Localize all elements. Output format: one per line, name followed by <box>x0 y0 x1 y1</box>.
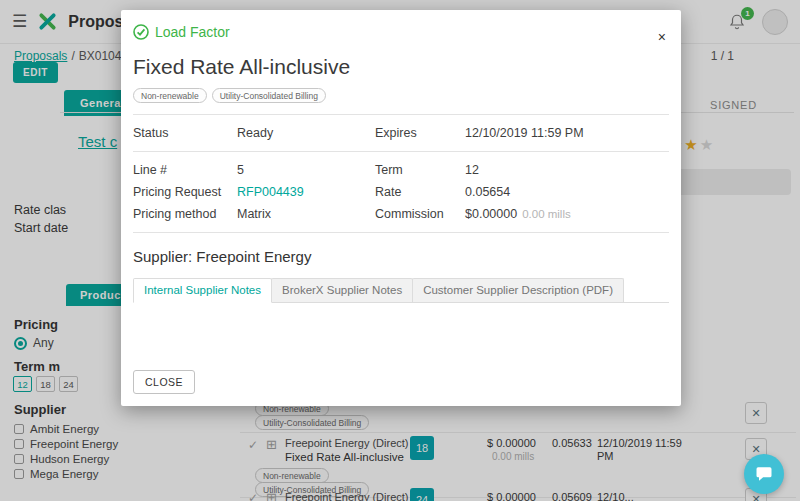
modal-close-icon[interactable]: × <box>658 30 666 44</box>
modal-tag: Non-renewable <box>133 88 207 103</box>
term-label: Term <box>375 163 465 177</box>
tab-customer-supplier-description[interactable]: Customer Supplier Description (PDF) <box>412 278 624 302</box>
commission-value-wrap: $0.000000.00 mills <box>465 207 669 221</box>
load-factor-label: Load Factor <box>155 24 230 40</box>
modal-title: Fixed Rate All-inclusive <box>133 55 669 79</box>
rate-label: Rate <box>375 185 465 199</box>
chat-bubble-icon <box>754 464 774 484</box>
supplier-notes-tabs: Internal Supplier Notes BrokerX Supplier… <box>133 278 669 303</box>
status-value: Ready <box>237 126 375 140</box>
divider <box>133 232 669 233</box>
product-detail-modal: Load Factor × Fixed Rate All-inclusive N… <box>121 10 681 406</box>
expires-value: 12/10/2019 11:59 PM <box>465 126 669 140</box>
term-value: 12 <box>465 163 669 177</box>
status-label: Status <box>133 126 237 140</box>
pricing-method-label: Pricing method <box>133 207 237 221</box>
pricing-request-link[interactable]: RFP004439 <box>237 185 375 199</box>
status-fields: Status Ready Expires 12/10/2019 11:59 PM <box>133 126 669 140</box>
expires-label: Expires <box>375 126 465 140</box>
modal-close-button[interactable]: CLOSE <box>133 370 195 394</box>
detail-fields: Line # 5 Term 12 Pricing Request RFP0044… <box>133 163 669 221</box>
modal-tags: Non-renewable Utility-Consolidated Billi… <box>133 88 669 103</box>
page: ☰ Proposals 1 Proposals <box>0 0 800 501</box>
line-number-value: 5 <box>237 163 375 177</box>
modal-tag: Utility-Consolidated Billing <box>212 88 326 103</box>
modal-header: Load Factor <box>133 24 669 40</box>
tab-content-area <box>133 303 669 370</box>
rate-value: 0.05654 <box>465 185 669 199</box>
line-number-label: Line # <box>133 163 237 177</box>
pricing-method-value: Matrix <box>237 207 375 221</box>
load-factor-check-icon <box>133 24 149 40</box>
tab-brokerx-supplier-notes[interactable]: BrokerX Supplier Notes <box>271 278 413 302</box>
tab-internal-supplier-notes[interactable]: Internal Supplier Notes <box>133 278 272 303</box>
commission-value: $0.00000 <box>465 207 517 221</box>
commission-mills: 0.00 mills <box>522 208 571 220</box>
divider <box>133 151 669 152</box>
chat-widget-button[interactable] <box>744 454 784 494</box>
modal-supplier-heading: Supplier: Freepoint Energy <box>133 248 669 265</box>
divider <box>133 114 669 115</box>
pricing-request-label: Pricing Request <box>133 185 237 199</box>
commission-label: Commission <box>375 207 465 221</box>
